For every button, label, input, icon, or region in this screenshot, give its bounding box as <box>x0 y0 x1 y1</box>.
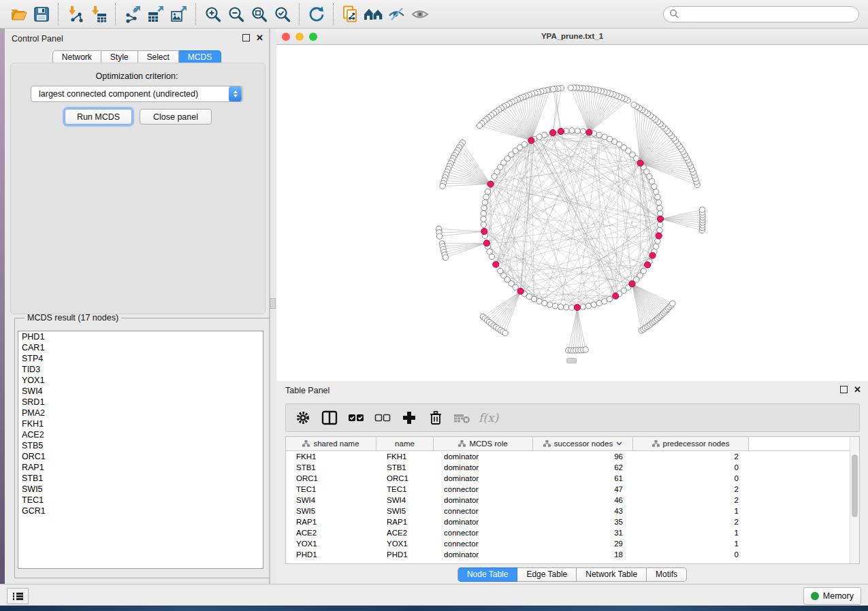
ring-node[interactable] <box>481 222 486 227</box>
mcds-hub-node[interactable] <box>528 137 534 144</box>
mcds-hub-node[interactable] <box>483 240 489 246</box>
table-row-swi5[interactable]: SWI5SWI5connector431 <box>286 506 859 516</box>
leaf-node[interactable] <box>670 301 675 306</box>
mcds-hub-node[interactable] <box>487 181 494 187</box>
mcds-hub-node[interactable] <box>656 233 662 239</box>
column-header-predecessor-nodes[interactable]: predecessor nodes <box>633 437 749 450</box>
mcds-hub-node[interactable] <box>574 304 580 310</box>
table-scrollbar[interactable] <box>850 437 859 563</box>
ring-node[interactable] <box>542 300 547 306</box>
ring-node[interactable] <box>641 268 646 274</box>
mcds-hub-node[interactable] <box>649 252 656 259</box>
mcds-hub-node[interactable] <box>558 128 564 134</box>
mcds-node-item[interactable]: STB5 <box>18 440 263 451</box>
ring-node[interactable] <box>483 195 489 200</box>
zoom-selected-icon[interactable] <box>271 3 294 26</box>
network-overview-icon[interactable] <box>362 3 385 26</box>
close-panel-button[interactable]: Close panel <box>140 109 212 125</box>
table-row-rap1[interactable]: RAP1RAP1dominator352 <box>286 516 859 527</box>
close-panel-icon[interactable]: ✕ <box>256 35 263 41</box>
mcds-node-item[interactable]: FKH1 <box>18 418 263 429</box>
zoom-fit-icon[interactable] <box>248 3 271 26</box>
delete-column-icon[interactable] <box>425 408 446 428</box>
column-header-mcds-role[interactable]: MCDS role <box>434 437 533 450</box>
search-box[interactable] <box>663 6 859 22</box>
save-icon[interactable] <box>30 3 53 26</box>
ring-node[interactable] <box>591 302 596 308</box>
float-table-panel-icon[interactable] <box>840 386 848 393</box>
mcds-hub-node[interactable] <box>637 160 643 166</box>
ring-node[interactable] <box>482 199 487 205</box>
task-history-button[interactable] <box>7 588 29 604</box>
ring-node[interactable] <box>607 296 612 301</box>
mcds-node-item[interactable]: ACE2 <box>18 429 263 440</box>
mcds-node-item[interactable]: STP4 <box>18 353 263 364</box>
mcds-node-item[interactable]: STB1 <box>18 473 263 484</box>
table-row-fkh1[interactable]: FKH1FKH1dominator962 <box>286 451 859 462</box>
leaf-node[interactable] <box>583 347 588 352</box>
ring-node[interactable] <box>569 128 575 133</box>
ring-node[interactable] <box>655 195 660 200</box>
ring-node[interactable] <box>542 132 547 137</box>
mcds-node-item[interactable]: TEC1 <box>18 495 263 506</box>
mcds-node-item[interactable]: ORC1 <box>18 451 263 462</box>
ring-node[interactable] <box>481 216 486 222</box>
import-network-icon[interactable] <box>64 3 87 26</box>
ring-node[interactable] <box>657 227 662 233</box>
leaf-node[interactable] <box>631 102 637 108</box>
table-row-yox1[interactable]: YOX1YOX1connector291 <box>286 538 859 549</box>
add-column-icon[interactable] <box>399 408 419 428</box>
zoom-in-icon[interactable] <box>202 3 225 26</box>
show-eye-icon[interactable] <box>408 3 432 26</box>
mcds-node-item[interactable]: PMA2 <box>18 408 263 418</box>
table-row-phd1[interactable]: PHD1PHD1dominator180 <box>286 549 859 560</box>
refresh-icon[interactable] <box>305 3 328 26</box>
float-panel-icon[interactable] <box>242 34 250 42</box>
leaf-node[interactable] <box>443 254 448 260</box>
export-table-icon[interactable] <box>144 3 167 26</box>
ring-node[interactable] <box>564 305 569 310</box>
leaf-node[interactable] <box>502 330 508 335</box>
leaf-node[interactable] <box>568 85 573 90</box>
ring-node[interactable] <box>485 189 490 195</box>
clone-network-icon[interactable] <box>339 3 362 26</box>
mcds-node-item[interactable]: CAR1 <box>18 342 263 353</box>
leaf-node[interactable] <box>440 183 445 188</box>
table-row-tec1[interactable]: TEC1TEC1connector472 <box>286 484 859 495</box>
zoom-out-icon[interactable] <box>225 3 248 26</box>
ring-node[interactable] <box>575 128 580 133</box>
vertical-splitter-handle[interactable] <box>270 298 276 309</box>
network-canvas[interactable] <box>276 45 868 381</box>
column-header-successor-nodes[interactable]: successor nodes <box>533 437 633 450</box>
settings-gear-icon[interactable] <box>293 408 313 428</box>
mcds-hub-node[interactable] <box>517 288 524 294</box>
leaf-node[interactable] <box>436 233 442 239</box>
mcds-hub-node[interactable] <box>613 293 619 299</box>
ring-node[interactable] <box>596 132 602 137</box>
ring-node[interactable] <box>657 205 662 211</box>
mcds-node-item[interactable]: SWI5 <box>18 484 263 495</box>
show-columns-icon[interactable] <box>319 408 340 428</box>
export-image-icon[interactable] <box>167 3 191 26</box>
ring-node[interactable] <box>602 134 607 139</box>
tab-edge-table[interactable]: Edge Table <box>517 567 577 582</box>
mcds-node-item[interactable]: TID3 <box>18 364 263 375</box>
tab-node-table[interactable]: Node Table <box>457 567 518 582</box>
mcds-hub-node[interactable] <box>629 281 635 287</box>
leaf-node[interactable] <box>550 86 556 92</box>
hide-panels-eye-icon[interactable] <box>385 3 408 26</box>
table-row-swi4[interactable]: SWI4SWI4dominator462 <box>286 495 859 506</box>
table-row-ace2[interactable]: ACE2ACE2connector311 <box>286 527 859 538</box>
ring-node[interactable] <box>536 299 542 304</box>
close-table-panel-icon[interactable]: ✕ <box>854 386 861 393</box>
optimization-criterion-select[interactable]: largest connected component (undirected) <box>31 86 243 102</box>
mcds-node-item[interactable]: PHD1 <box>18 331 263 342</box>
mcds-hub-node[interactable] <box>481 229 487 235</box>
mcds-node-item[interactable]: GCR1 <box>18 506 263 516</box>
leaf-node[interactable] <box>699 207 705 212</box>
mcds-node-item[interactable]: YOX1 <box>18 375 263 386</box>
ring-node[interactable] <box>558 304 564 310</box>
ring-node[interactable] <box>552 303 558 309</box>
mcds-node-item[interactable]: RAP1 <box>18 462 263 473</box>
open-folder-icon[interactable] <box>7 3 30 26</box>
